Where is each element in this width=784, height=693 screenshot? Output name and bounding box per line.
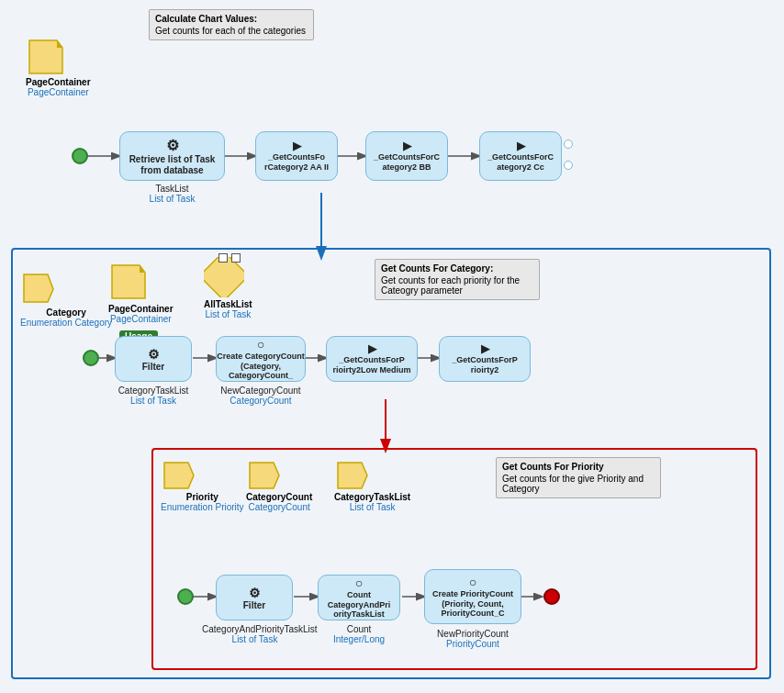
play-icon-low: ▶ (368, 342, 376, 355)
play-icon-bb: ▶ (403, 140, 411, 152)
categorycount-label: CategoryCount (246, 492, 312, 502)
categorycount-sublabel: CategoryCount (246, 502, 312, 512)
filter-blue-sublabel-wrap: CategoryTaskList List of Task (115, 386, 192, 406)
categorycount-icon (246, 459, 281, 490)
node-retrieve[interactable]: ⚙ Retrieve list of Task from database (119, 131, 225, 181)
node-create-cat[interactable]: ○ Create CategoryCount (Category, Catego… (216, 336, 306, 382)
square-indicator-2 (231, 253, 241, 263)
create-priority-sub2: PriorityCount (418, 639, 528, 649)
node-getcounts-low[interactable]: ▶ _GetCountsForP rioirty2Low Medium (326, 336, 418, 382)
create-cat-sub1: NewCategoryCount (216, 386, 306, 396)
retrieve-label: Retrieve list of Task from database (120, 154, 224, 176)
filter-red-sub1: CategoryAndPriorityTaskList (202, 624, 308, 634)
retrieve-sublabel-wrap: TaskList List of Task (119, 184, 225, 204)
getcounts-low-label: _GetCountsForP rioirty2Low Medium (327, 355, 417, 375)
play-icon-aa: ▶ (293, 140, 301, 152)
retrieve-icon: ⚙ (166, 137, 179, 154)
svg-marker-16 (24, 274, 53, 302)
category-icon (20, 271, 55, 306)
category-param: Category Enumeration Category (20, 271, 112, 328)
filter-icon-blue: ⚙ (148, 347, 160, 362)
getcounts-aa-label: _GetCountsFo rCategory2 AA II (256, 152, 337, 173)
all-task-list-wrap: AllTaskList List of Task (204, 257, 252, 319)
count-sublabel-wrap: Count Integer/Long (318, 624, 400, 644)
cat-tasklist-param: CategoryTaskList List of Task (334, 459, 410, 512)
red-callout: Get Counts For Priority Get counts for t… (496, 457, 661, 498)
node-count[interactable]: ○ Count CategoryAndPri orityTaskList (318, 575, 400, 620)
cat-tasklist-label: CategoryTaskList (334, 492, 410, 502)
output-dot-bottom (564, 161, 573, 170)
page-container-blue-sublabel: PageContainer (108, 314, 174, 324)
count-sub2: Integer/Long (318, 634, 400, 644)
create-cat-icon: ○ (257, 337, 264, 352)
node-getcounts-bb[interactable]: ▶ _GetCountsForC ategory2 BB (365, 131, 448, 181)
cat-tasklist-sublabel: List of Task (334, 502, 410, 512)
count-sub1: Count (318, 624, 400, 634)
start-circle-top (72, 148, 88, 164)
svg-marker-21 (250, 463, 279, 488)
node-create-priority[interactable]: ○ Create PriorityCount (Priority, Count,… (424, 569, 521, 624)
create-cat-label: Create CategoryCount (Category, Category… (217, 352, 305, 381)
create-cat-sublabel-wrap: NewCategoryCount CategoryCount (216, 386, 306, 406)
priority-label: Priority (161, 492, 244, 502)
callout-top-title: Calculate Chart Values: (155, 14, 308, 24)
page-container-blue: PageContainer PageContainer (108, 262, 174, 324)
filter-blue-label: Filter (142, 362, 164, 372)
node-getcounts-aa[interactable]: ▶ _GetCountsFo rCategory2 AA II (255, 131, 338, 181)
cat-tasklist-icon (334, 459, 369, 490)
callout-top-body: Get counts for each of the categories (155, 26, 306, 36)
filter-blue-sub2: List of Task (115, 396, 192, 406)
blue-callout: Get Counts For Category: Get counts for … (375, 259, 540, 300)
create-priority-sub1: NewPriorityCount (418, 629, 528, 639)
getcounts-bb-label: _GetCountsForC ategory2 BB (366, 152, 447, 173)
page-container-top: PageContainer PageContainer (26, 37, 91, 97)
count-label: Count CategoryAndPri orityTaskList (319, 590, 399, 620)
start-circle-red (177, 588, 194, 605)
red-callout-title: Get Counts For Priority (502, 462, 655, 472)
categorycount-param: CategoryCount CategoryCount (246, 459, 312, 512)
play-icon2: ▶ (481, 342, 489, 355)
priority-param: Priority Enumeration Priority (161, 459, 244, 512)
start-circle-blue (83, 350, 99, 366)
page-container-label: PageContainer (26, 77, 91, 87)
filter-blue-sub1: CategoryTaskList (115, 386, 192, 396)
getcounts2-label: _GetCountsForP rioirty2 (440, 355, 530, 375)
node-filter-blue[interactable]: ⚙ Filter (115, 336, 192, 382)
svg-marker-20 (164, 463, 194, 488)
retrieve-sublabel1: TaskList (119, 184, 225, 194)
create-priority-label: Create PriorityCount (Priority, Count, P… (425, 589, 521, 619)
priority-sublabel: Enumeration Priority (161, 502, 244, 512)
top-callout: Calculate Chart Values: Get counts for e… (149, 9, 314, 40)
page-icon-blue (108, 262, 149, 302)
blue-callout-title: Get Counts For Category: (381, 263, 533, 274)
category-label: Category (20, 307, 112, 318)
create-cat-sub2: CategoryCount (216, 396, 306, 406)
play-icon-cc: ▶ (517, 140, 525, 152)
square-indicator-1 (218, 253, 228, 263)
filter-red-sub2: List of Task (202, 634, 308, 644)
red-callout-body: Get counts for the give Priority and Cat… (502, 474, 644, 494)
count-icon: ○ (355, 576, 363, 590)
getcounts-cc-label: _GetCountsForC ategory2 Cc (480, 152, 561, 173)
node-filter-red[interactable]: ⚙ Filter (216, 575, 293, 620)
svg-marker-22 (338, 463, 367, 488)
end-circle-red (543, 588, 560, 605)
all-task-list-sublabel: List of Task (204, 309, 252, 319)
all-task-list-icon (204, 257, 244, 297)
page-container-blue-label: PageContainer (108, 304, 174, 314)
node-getcounts-cc[interactable]: ▶ _GetCountsForC ategory2 Cc (479, 131, 562, 181)
all-task-list-label: AllTaskList (204, 299, 252, 309)
priority-icon (161, 459, 196, 490)
canvas: Calculate Chart Values: Get counts for e… (0, 0, 784, 693)
retrieve-sublabel2: List of Task (119, 194, 225, 204)
page-container-sublabel: PageContainer (26, 87, 91, 97)
category-sublabel: Enumeration Category (20, 318, 112, 328)
node-getcounts2[interactable]: ▶ _GetCountsForP rioirty2 (439, 336, 531, 382)
page-icon (26, 37, 66, 77)
filter-red-sublabel-wrap: CategoryAndPriorityTaskList List of Task (202, 624, 308, 644)
blue-callout-body: Get counts for each priority for the Cat… (381, 275, 520, 296)
create-priority-sublabel-wrap: NewPriorityCount PriorityCount (418, 629, 528, 649)
filter-red-label: Filter (243, 600, 265, 610)
filter-icon-red: ⚙ (249, 586, 261, 600)
create-priority-icon: ○ (469, 575, 476, 589)
